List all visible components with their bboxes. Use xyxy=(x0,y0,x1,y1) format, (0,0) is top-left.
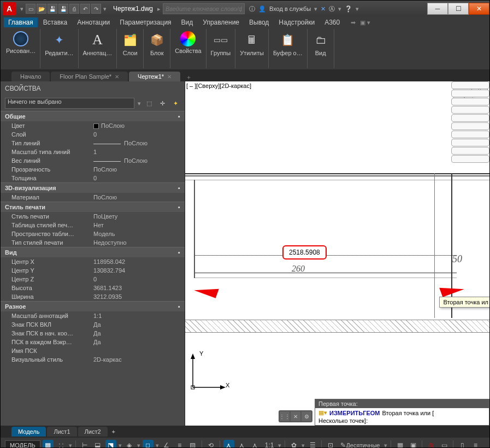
maximize-button[interactable]: ☐ xyxy=(448,3,469,15)
group-general[interactable]: Общие▪ xyxy=(1,111,185,121)
menu-arrow-icon[interactable]: ▾ xyxy=(20,5,23,13)
ribbon-collapse-icon[interactable]: ▣ ▾ xyxy=(360,19,370,26)
doc-tab-drawing1[interactable]: Чертеж1*✕ xyxy=(129,72,180,81)
dropdown-arrow-icon[interactable]: ▾ xyxy=(138,100,141,107)
prop-ucsorig[interactable]: Знак ПСК в нач. коо…Да xyxy=(1,329,185,338)
properties-button[interactable]: Свойства xyxy=(173,30,203,55)
monitor-icon[interactable]: ⊡ xyxy=(325,440,336,448)
tab-manage[interactable]: Управление xyxy=(198,17,244,27)
annoscale-toggle[interactable]: ⋏ xyxy=(223,440,234,448)
otrack-toggle[interactable]: ∠ xyxy=(161,440,172,448)
scale-button[interactable]: 1:1 xyxy=(263,440,276,448)
units-button[interactable]: ✎ Десятичные xyxy=(338,440,382,448)
prop-ascale[interactable]: Масштаб аннотаций1:1 xyxy=(1,311,185,320)
selectobj-icon[interactable]: ✦ xyxy=(170,98,180,108)
tab-home[interactable]: Главная xyxy=(4,17,38,27)
clipboard-button[interactable]: 📋Буфер о… xyxy=(271,30,305,57)
transparency-toggle[interactable]: ▨ xyxy=(187,440,198,448)
grid-toggle[interactable]: ▦ xyxy=(43,440,54,448)
group-misc[interactable]: Разное▪ xyxy=(1,301,185,311)
annoscale-toggle2[interactable]: ⋏ xyxy=(237,440,247,448)
cmd-grip-icon[interactable]: ⋮⋮ xyxy=(280,411,290,421)
prop-transparency[interactable]: ПрозрачностьПоСлою xyxy=(1,165,185,174)
tab-addins[interactable]: Надстройки xyxy=(274,17,319,27)
lweight-toggle[interactable]: ≡ xyxy=(174,440,185,448)
open-icon[interactable]: 📂 xyxy=(37,4,46,14)
ribbon-arrow-icon[interactable]: ➡ xyxy=(351,19,356,26)
prop-ltscale[interactable]: Масштаб типа линий1 xyxy=(1,148,185,156)
status-arrow[interactable]: ▾ xyxy=(302,442,305,449)
add-layout-button[interactable]: + xyxy=(109,427,119,437)
quickselect-icon[interactable]: ⬚ xyxy=(144,98,154,108)
print-icon[interactable]: ⎙ xyxy=(69,4,79,14)
collapse-icon[interactable]: ▪ xyxy=(178,204,180,210)
signin-icon[interactable]: 👤 xyxy=(258,5,266,13)
qat-arrow-icon[interactable]: ▾ xyxy=(103,5,107,13)
status-arrow[interactable]: ▾ xyxy=(278,442,281,449)
groups-button[interactable]: ▭▭Группы xyxy=(209,30,233,57)
osnap-toggle[interactable]: □ xyxy=(143,440,154,448)
iso-toggle[interactable]: ◈ xyxy=(124,440,135,448)
gear-icon[interactable]: ✿ xyxy=(288,440,299,448)
tab-model[interactable]: Модель xyxy=(11,427,46,437)
tab-output[interactable]: Вывод xyxy=(245,17,273,27)
search-input[interactable] xyxy=(163,3,245,14)
tab-layout2[interactable]: Лист2 xyxy=(78,427,108,437)
workspace-toggle[interactable]: ☰ xyxy=(307,440,318,448)
collapse-icon[interactable]: ▪ xyxy=(178,249,180,256)
group-3d[interactable]: 3D-визуализация▪ xyxy=(1,182,185,193)
doc-tab-start[interactable]: Начало xyxy=(11,72,50,81)
prop-linetype[interactable]: Тип линийПоСлою xyxy=(1,139,185,148)
prop-ucson[interactable]: Знак ПСК ВКЛДа xyxy=(1,320,185,329)
title-menu-arrow[interactable]: ▸ xyxy=(157,5,161,13)
group-plotstyle[interactable]: Стиль печати▪ xyxy=(1,202,185,212)
pickadd-icon[interactable]: ✛ xyxy=(157,98,167,108)
group-view[interactable]: Вид▪ xyxy=(1,247,185,257)
drawing-canvas[interactable]: [ – ][Сверху][2D-каркас] Верх МСК — □ 25… xyxy=(185,81,489,426)
isolate-button[interactable]: ◎ xyxy=(426,440,436,448)
edit-button[interactable]: ✦Редакти… xyxy=(43,30,75,57)
cmd-opts-icon[interactable]: ⚙ xyxy=(302,411,311,421)
minimize-button[interactable]: ─ xyxy=(427,3,448,15)
exchange-icon[interactable]: ✕ xyxy=(321,5,326,13)
modelspace-button[interactable]: МОДЕЛЬ xyxy=(5,440,40,448)
status-arrow[interactable]: ▾ xyxy=(384,442,387,449)
polar-toggle[interactable]: ⬔ xyxy=(105,440,116,448)
prop-thickness[interactable]: Толщина0 xyxy=(1,174,185,182)
add-doc-button[interactable]: ＋ xyxy=(181,73,196,81)
annoscale-toggle3[interactable]: ⋏ xyxy=(250,440,261,448)
collapse-icon[interactable]: ▪ xyxy=(178,185,180,191)
prop-lweight[interactable]: Вес линийПоСлою xyxy=(1,156,185,165)
block-button[interactable]: 📦Блок xyxy=(146,30,168,57)
status-arrow[interactable]: ▾ xyxy=(137,442,140,449)
help-icon[interactable]: ❔ xyxy=(345,5,352,13)
tab-layout1[interactable]: Лист1 xyxy=(47,427,76,437)
close-icon[interactable]: ✕ xyxy=(115,74,119,80)
tab-insert[interactable]: Вставка xyxy=(39,17,72,27)
prop-layer[interactable]: Слой0 xyxy=(1,130,185,139)
status-arrow[interactable]: ▾ xyxy=(69,442,72,449)
draw-button[interactable]: Рисован… xyxy=(4,30,38,55)
snap-toggle[interactable]: ⸬ xyxy=(56,440,67,448)
quickprops-toggle[interactable]: ▦ xyxy=(394,440,405,448)
redo-icon[interactable]: ↷ xyxy=(91,4,101,14)
selection-cycle[interactable]: ⟲ xyxy=(205,440,216,448)
annotate-button[interactable]: AАннотац… xyxy=(81,30,115,57)
app-logo[interactable]: A xyxy=(3,2,16,15)
prop-material[interactable]: МатериалПоСлою xyxy=(1,193,185,202)
prop-cz[interactable]: Центр Z0 xyxy=(1,275,185,284)
utils-button[interactable]: 🖩Утилиты xyxy=(238,30,266,57)
cmd-close-icon[interactable]: ✕ xyxy=(291,411,300,421)
prop-cy[interactable]: Центр Y130832.794 xyxy=(1,266,185,275)
prop-height[interactable]: Высота3681.1423 xyxy=(1,284,185,292)
command-line[interactable]: Первая точка: ▦▾ ИЗМЕРИТЬГЕОМ Вторая точ… xyxy=(315,399,489,426)
status-arrow[interactable]: ▾ xyxy=(119,442,122,449)
prop-pspace[interactable]: Пространство табли…Модель xyxy=(1,229,185,238)
prop-pstyle[interactable]: Стиль печатиПоЦвету xyxy=(1,212,185,221)
signin-button[interactable]: Вход в службы xyxy=(269,5,311,12)
a360-icon[interactable]: Ⓐ xyxy=(329,5,335,13)
undo-icon[interactable]: ↶ xyxy=(80,4,90,14)
ortho-toggle[interactable]: ⬓ xyxy=(92,440,103,448)
prop-width[interactable]: Ширина3212.0935 xyxy=(1,292,185,301)
prop-color[interactable]: ЦветПоСлою xyxy=(1,121,185,130)
